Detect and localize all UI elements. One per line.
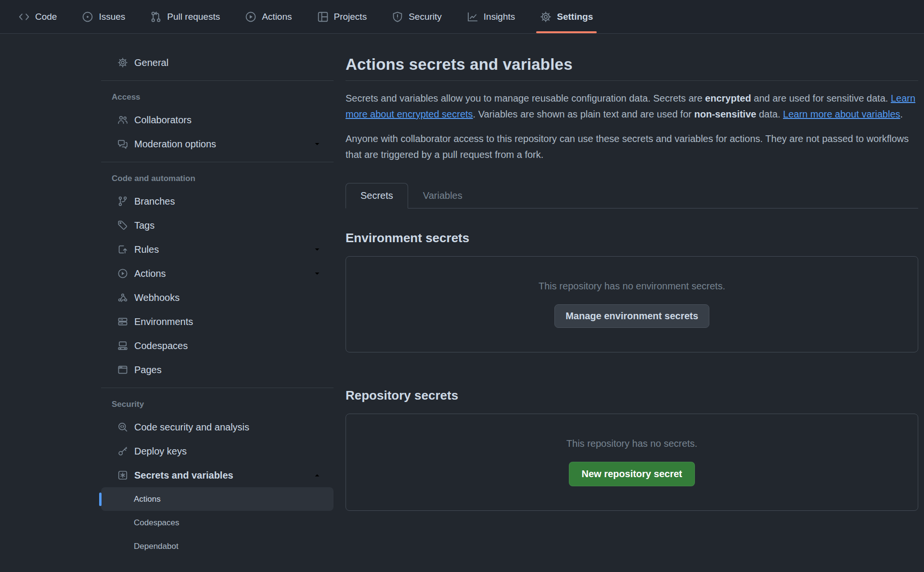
sidebar-divider	[101, 162, 334, 162]
new-repository-secret-button[interactable]: New repository secret	[569, 462, 695, 486]
rules-icon	[117, 244, 128, 255]
nav-tab-label: Insights	[484, 12, 515, 22]
sidebar-section-code-and-automation: Code and automation	[101, 168, 334, 189]
code-icon	[18, 11, 30, 23]
chevron-down-icon	[313, 140, 321, 148]
git-branch-icon	[117, 196, 128, 207]
nav-tab-security[interactable]: Security	[388, 0, 446, 33]
intro-bold-non-sensitive: non-sensitive	[694, 109, 757, 119]
comment-discussion-icon	[117, 139, 128, 149]
tag-icon	[117, 220, 128, 231]
intro-text-part: and are used for sensitive data.	[751, 93, 891, 104]
sidebar-item-label: Code security and analysis	[134, 422, 249, 433]
nav-tab-projects[interactable]: Projects	[313, 0, 371, 33]
table-icon	[317, 11, 329, 23]
sidebar-item-deploy-keys[interactable]: Deploy keys	[101, 439, 334, 463]
server-icon	[117, 316, 128, 327]
gear-icon	[117, 57, 128, 68]
repository-secrets-empty-box: This repository has no secrets. New repo…	[346, 414, 918, 511]
sidebar-subitem-dependabot[interactable]: Dependabot	[101, 534, 334, 558]
secrets-variables-tabnav: Secrets Variables	[346, 183, 918, 208]
nav-tab-actions[interactable]: Actions	[241, 0, 295, 33]
repository-secrets-heading: Repository secrets	[346, 388, 918, 403]
codespaces-icon	[117, 340, 128, 351]
intro-text-part: . Variables are shown as plain text and …	[473, 109, 694, 119]
sidebar-section-access: Access	[101, 87, 334, 108]
sidebar-item-label: Tags	[134, 220, 154, 231]
key-icon	[117, 446, 128, 456]
nav-tab-code[interactable]: Code	[14, 0, 61, 33]
sidebar-item-label: Moderation options	[134, 139, 216, 150]
shield-icon	[392, 11, 403, 23]
git-pull-request-icon	[150, 11, 162, 23]
sidebar-item-general[interactable]: General	[101, 51, 334, 75]
sidebar-subitem-codespaces[interactable]: Codespaces	[101, 511, 334, 534]
nav-tab-label: Actions	[262, 12, 292, 22]
nav-tab-label: Issues	[99, 12, 125, 22]
nav-tab-label: Pull requests	[167, 12, 220, 22]
sidebar-subitem-label: Actions	[134, 494, 161, 504]
nav-tab-pull-requests[interactable]: Pull requests	[146, 0, 224, 33]
gear-icon	[540, 11, 552, 23]
environment-secrets-empty-text: This repository has no environment secre…	[539, 281, 725, 292]
sidebar-item-tags[interactable]: Tags	[101, 213, 334, 237]
intro-paragraph-2: Anyone with collaborator access to this …	[346, 131, 918, 163]
nav-tab-insights[interactable]: Insights	[463, 0, 519, 33]
browser-icon	[117, 364, 128, 375]
sidebar-item-label: Collaborators	[134, 115, 192, 126]
sidebar-item-label: Secrets and variables	[134, 470, 233, 481]
sidebar-item-label: Environments	[134, 316, 193, 327]
sidebar-item-environments[interactable]: Environments	[101, 310, 334, 334]
sidebar-item-codespaces[interactable]: Codespaces	[101, 334, 334, 358]
intro-text-part: .	[900, 109, 903, 119]
nav-tab-label: Security	[409, 12, 442, 22]
tab-variables[interactable]: Variables	[408, 183, 477, 208]
sidebar-item-moderation-options[interactable]: Moderation options	[101, 132, 334, 156]
sidebar-item-label: Deploy keys	[134, 446, 187, 457]
people-icon	[117, 115, 128, 125]
sidebar-subitem-actions[interactable]: Actions	[101, 487, 334, 511]
page-title: Actions secrets and variables	[346, 55, 918, 81]
graph-icon	[467, 11, 478, 23]
sidebar-section-security: Security	[101, 394, 334, 415]
manage-environment-secrets-button[interactable]: Manage environment secrets	[554, 304, 709, 328]
sidebar-item-secrets-and-variables[interactable]: Secrets and variables	[101, 463, 334, 487]
nav-tab-issues[interactable]: Issues	[78, 0, 129, 33]
chevron-down-icon	[313, 245, 321, 254]
sidebar-item-actions[interactable]: Actions	[101, 261, 334, 286]
settings-sidebar: General Access Collaborators Moderation …	[101, 34, 334, 558]
repository-secrets-empty-text: This repository has no secrets.	[566, 438, 697, 449]
sidebar-item-rules[interactable]: Rules	[101, 237, 334, 261]
sidebar-subitem-label: Codespaces	[134, 518, 180, 528]
nav-tab-label: Code	[35, 12, 57, 22]
key-asterisk-icon	[117, 470, 128, 481]
nav-tab-settings[interactable]: Settings	[536, 0, 597, 33]
repo-nav: Code Issues Pull requests Actions Projec…	[0, 0, 924, 34]
sidebar-item-webhooks[interactable]: Webhooks	[101, 286, 334, 310]
sidebar-item-collaborators[interactable]: Collaborators	[101, 108, 334, 132]
sidebar-item-label: Rules	[134, 244, 159, 255]
sidebar-item-label: Actions	[134, 268, 166, 279]
codescan-icon	[117, 422, 128, 432]
sidebar-item-label: Pages	[134, 364, 162, 376]
sidebar-item-pages[interactable]: Pages	[101, 358, 334, 382]
environment-secrets-heading: Environment secrets	[346, 231, 918, 246]
sidebar-item-code-security-and-analysis[interactable]: Code security and analysis	[101, 415, 334, 439]
intro-text-part: Secrets and variables allow you to manag…	[346, 93, 705, 104]
environment-secrets-empty-box: This repository has no environment secre…	[346, 256, 918, 352]
intro-text-part: data.	[756, 109, 783, 119]
link-learn-more-variables[interactable]: Learn more about variables	[783, 109, 900, 119]
sidebar-item-label: Webhooks	[134, 292, 180, 303]
intro-paragraph-1: Secrets and variables allow you to manag…	[346, 91, 918, 122]
sidebar-item-label: Codespaces	[134, 340, 188, 351]
tab-secrets[interactable]: Secrets	[346, 183, 408, 208]
play-icon	[117, 268, 128, 279]
nav-tab-label: Settings	[557, 12, 593, 22]
nav-tab-label: Projects	[334, 12, 367, 22]
main-content: Actions secrets and variables Secrets an…	[346, 34, 918, 511]
sidebar-item-label: General	[134, 57, 168, 68]
sidebar-item-branches[interactable]: Branches	[101, 189, 334, 213]
sidebar-subitem-label: Dependabot	[134, 542, 179, 551]
intro-bold-encrypted: encrypted	[705, 93, 751, 104]
chevron-down-icon	[313, 269, 321, 278]
